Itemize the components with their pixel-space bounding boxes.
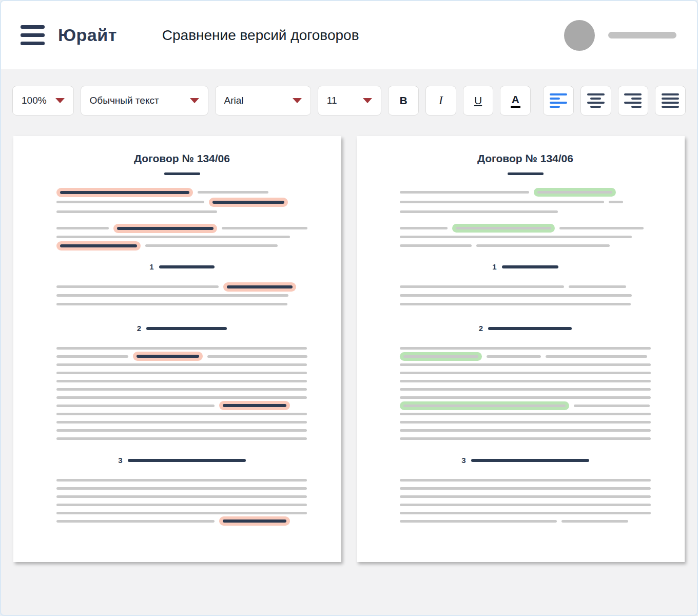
section-number: 2 xyxy=(137,324,141,333)
section-number: 1 xyxy=(149,262,153,271)
skeleton-line xyxy=(400,207,651,217)
text-bar xyxy=(56,210,217,213)
section-heading: 1 xyxy=(400,262,651,271)
skeleton-line xyxy=(56,426,307,434)
skeleton-line xyxy=(400,224,651,233)
italic-icon: I xyxy=(439,94,443,107)
section-number: 1 xyxy=(492,262,496,271)
skeleton-line xyxy=(400,300,651,309)
title-rule xyxy=(508,172,544,175)
section-heading: 2 xyxy=(56,324,307,333)
skeleton-line xyxy=(400,344,651,352)
skeleton-line xyxy=(56,476,307,484)
text-bar xyxy=(207,355,307,358)
skeleton-line xyxy=(56,291,307,300)
document-body: 123 xyxy=(56,172,307,525)
skeleton-paragraph xyxy=(56,187,307,217)
menu-icon xyxy=(21,42,45,45)
text-bar xyxy=(400,388,651,391)
deleted-highlight xyxy=(223,282,296,292)
paragraph-style-dropdown[interactable]: Обычный текст xyxy=(81,86,208,116)
skeleton-paragraph xyxy=(400,282,651,309)
skeleton-paragraph xyxy=(56,282,307,309)
deleted-highlight xyxy=(56,188,193,197)
text-bar xyxy=(137,355,199,358)
added-highlight xyxy=(400,401,569,410)
text-bar xyxy=(56,380,307,382)
bold-icon: B xyxy=(400,94,408,107)
align-right-button[interactable] xyxy=(618,86,649,116)
text-bar xyxy=(56,372,307,374)
text-bar xyxy=(400,421,651,424)
skeleton-line xyxy=(400,187,651,197)
bold-button[interactable]: B xyxy=(388,86,419,116)
title-rule xyxy=(164,172,200,175)
skeleton-line xyxy=(400,492,651,500)
skeleton-line xyxy=(56,344,307,352)
skeleton-line xyxy=(400,352,651,360)
font-size-dropdown[interactable]: 11 xyxy=(318,86,382,116)
skeleton-line xyxy=(56,377,307,385)
text-bar xyxy=(222,227,307,229)
text-bar xyxy=(400,227,448,229)
zoom-dropdown[interactable]: 100% xyxy=(12,86,74,116)
text-bar xyxy=(400,294,632,297)
italic-button[interactable]: I xyxy=(425,86,456,116)
text-bar xyxy=(609,201,623,203)
deleted-highlight xyxy=(56,241,141,251)
text-bar xyxy=(403,355,478,358)
font-family-dropdown[interactable]: Arial xyxy=(215,86,311,116)
document-title: Договор № 134/06 xyxy=(400,152,651,165)
skeleton-line xyxy=(400,241,651,250)
skeleton-line xyxy=(56,509,307,517)
section-heading-bar xyxy=(488,327,572,330)
skeleton-line xyxy=(400,476,651,484)
deleted-highlight xyxy=(219,516,290,526)
text-bar xyxy=(400,236,632,238)
user-avatar[interactable] xyxy=(564,20,595,51)
align-left-icon xyxy=(550,93,567,108)
skeleton-line xyxy=(56,300,307,309)
skeleton-line xyxy=(56,352,307,360)
align-left-button[interactable] xyxy=(543,86,574,116)
text-bar xyxy=(403,405,566,407)
skeleton-line xyxy=(400,410,651,418)
brand-logo: Юрайт xyxy=(58,25,117,45)
text-bar xyxy=(56,236,290,238)
text-bar xyxy=(400,512,651,514)
document-comparison: Договор № 134/06 123 Договор № 134/06 12… xyxy=(1,116,697,562)
deleted-highlight xyxy=(219,401,290,410)
text-bar xyxy=(537,191,612,194)
skeleton-line xyxy=(56,360,307,369)
text-bar xyxy=(212,201,284,204)
document-right-revised: Договор № 134/06 123 xyxy=(357,136,685,562)
text-bar xyxy=(56,285,219,288)
paragraph-gap xyxy=(56,217,307,224)
underline-button[interactable]: U xyxy=(463,86,494,116)
text-bar xyxy=(56,520,215,523)
skeleton-line xyxy=(56,282,307,291)
text-bar xyxy=(400,363,651,366)
chevron-down-icon xyxy=(55,98,65,103)
document-title: Договор № 134/06 xyxy=(56,152,307,165)
skeleton-line xyxy=(400,291,651,300)
align-center-button[interactable] xyxy=(580,86,611,116)
skeleton-line xyxy=(56,517,307,525)
text-bar xyxy=(400,191,529,194)
skeleton-line xyxy=(400,369,651,377)
align-justify-button[interactable] xyxy=(655,86,686,116)
hamburger-menu-button[interactable] xyxy=(21,25,45,45)
skeleton-paragraph xyxy=(56,224,307,250)
text-bar xyxy=(559,227,644,229)
section-heading: 3 xyxy=(56,456,307,465)
document-left-original: Договор № 134/06 123 xyxy=(13,136,341,562)
menu-icon xyxy=(21,25,45,29)
chevron-down-icon xyxy=(363,98,372,103)
text-bar xyxy=(56,487,307,490)
text-color-button[interactable]: A xyxy=(500,86,531,116)
text-bar xyxy=(400,495,651,498)
section-heading: 2 xyxy=(400,324,651,333)
text-bar xyxy=(574,405,650,407)
text-bar xyxy=(400,520,557,523)
skeleton-line xyxy=(56,241,307,250)
